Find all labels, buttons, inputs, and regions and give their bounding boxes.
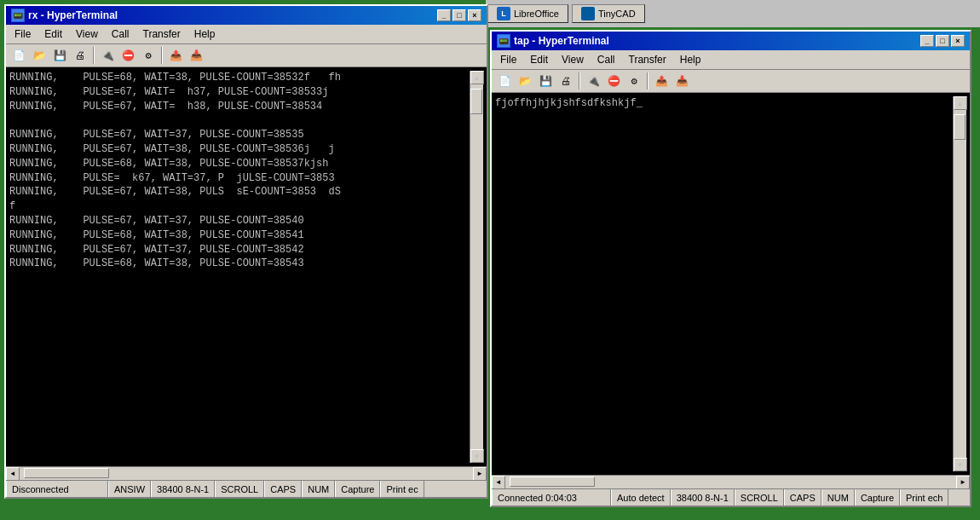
tap-menu-call[interactable]: Call <box>591 52 622 67</box>
rx-menubar: File Edit View Call Transfer Help <box>6 25 487 44</box>
tap-scroll-h-track[interactable] <box>505 476 956 488</box>
rx-scrollbar-vertical[interactable]: ▲ ▼ <box>470 71 483 463</box>
tap-menu-file[interactable]: File <box>493 52 523 67</box>
rx-menu-transfer[interactable]: Transfer <box>136 26 187 42</box>
rx-toolbar-connect[interactable]: 🔌 <box>98 46 117 65</box>
rx-scroll-thumb[interactable] <box>470 89 482 114</box>
tap-menu-transfer[interactable]: Transfer <box>622 52 673 67</box>
rx-statusbar: Disconnected ANSIW 38400 8-N-1 SCROLL CA… <box>6 480 487 497</box>
tap-window-controls: _ □ × <box>920 35 965 47</box>
rx-close-button[interactable]: × <box>468 9 481 21</box>
tap-toolbar-save[interactable]: 💾 <box>536 72 555 90</box>
rx-menu-view[interactable]: View <box>69 26 105 42</box>
rx-terminal-area: RUNNING, PULSE=68, WAIT=38, PULSE-COUNT=… <box>6 67 487 466</box>
tap-scroll-h-thumb[interactable] <box>510 477 595 487</box>
tinycad-taskbar-item[interactable]: TinyCAD <box>572 4 645 23</box>
rx-scrollbar-horizontal[interactable]: ◄ ► <box>6 466 487 480</box>
tap-scroll-thumb[interactable] <box>954 114 966 140</box>
rx-menu-edit[interactable]: Edit <box>37 26 69 42</box>
tap-maximize-button[interactable]: □ <box>936 35 949 47</box>
tap-toolbar-disconnect[interactable]: ⛔ <box>604 72 623 90</box>
rx-window-icon: 📟 <box>11 9 25 22</box>
tap-scroll-down-button[interactable]: ▼ <box>954 458 967 471</box>
tap-toolbar-sep1 <box>579 72 580 90</box>
tap-toolbar-receive[interactable]: 📥 <box>672 72 691 90</box>
rx-menu-help[interactable]: Help <box>187 26 222 42</box>
tap-scroll-track[interactable] <box>954 110 966 458</box>
rx-toolbar: 📄 📂 💾 🖨 🔌 ⛔ ⚙ 📤 📥 <box>6 44 487 67</box>
tap-toolbar: 📄 📂 💾 🖨 🔌 ⛔ ⚙ 📤 📥 <box>492 70 970 93</box>
tap-titlebar: 📟 tap - HyperTerminal _ □ × <box>492 32 970 50</box>
tap-close-button[interactable]: × <box>951 35 965 47</box>
tap-status-num: NUM <box>821 489 855 506</box>
rx-terminal-content[interactable]: RUNNING, PULSE=68, WAIT=38, PULSE-COUNT=… <box>9 71 470 463</box>
tap-toolbar-open[interactable]: 📂 <box>516 72 534 90</box>
rx-menu-file[interactable]: File <box>8 26 37 42</box>
rx-scroll-h-track[interactable] <box>20 467 473 480</box>
tap-toolbar-connect[interactable]: 🔌 <box>584 72 602 90</box>
tap-titlebar-left: 📟 tap - HyperTerminal <box>497 34 609 48</box>
rx-toolbar-sep2 <box>161 47 163 64</box>
rx-toolbar-save[interactable]: 💾 <box>50 46 69 65</box>
rx-scroll-right-button[interactable]: ► <box>473 467 487 481</box>
tinycad-label: TinyCAD <box>598 9 636 19</box>
rx-status-encoding: ANSIW <box>108 481 151 497</box>
rx-toolbar-sep1 <box>93 47 95 64</box>
librreoffice-taskbar-item[interactable]: L LibreOffice <box>487 4 568 23</box>
rx-toolbar-transfer[interactable]: 📤 <box>166 46 185 65</box>
tap-statusbar: Connected 0:04:03 Auto detect 38400 8-N-… <box>492 488 970 506</box>
rx-titlebar: 📟 rx - HyperTerminal _ □ × <box>6 6 487 25</box>
tap-toolbar-transfer[interactable]: 📤 <box>652 72 671 90</box>
rx-menu-call[interactable]: Call <box>105 26 136 42</box>
rx-status-baudrate: 38400 8-N-1 <box>151 481 215 497</box>
rx-scroll-left-button[interactable]: ◄ <box>6 467 20 481</box>
tap-menu-view[interactable]: View <box>555 52 591 67</box>
rx-toolbar-disconnect[interactable]: ⛔ <box>118 46 137 65</box>
tap-status-print: Print ech <box>900 489 948 506</box>
tap-toolbar-new[interactable]: 📄 <box>495 72 514 90</box>
tap-toolbar-properties[interactable]: ⚙ <box>625 72 643 90</box>
tap-status-capture: Capture <box>855 489 900 506</box>
rx-maximize-button[interactable]: □ <box>453 9 466 21</box>
rx-scroll-down-button[interactable]: ▼ <box>470 449 484 463</box>
tap-status-encoding: Auto detect <box>611 489 671 506</box>
rx-toolbar-btn4[interactable]: 🖨 <box>71 46 89 65</box>
tap-terminal-area: fjoffhjhjkjshfsdfkshkjf_ ▲ ▼ <box>492 93 970 475</box>
tap-scrollbar-horizontal[interactable]: ◄ ► <box>492 475 970 488</box>
rx-scroll-h-thumb[interactable] <box>24 468 109 478</box>
tap-status-scroll: SCROLL <box>735 489 784 506</box>
rx-status-capture: Capture <box>335 481 380 497</box>
rx-toolbar-properties[interactable]: ⚙ <box>139 46 158 65</box>
tap-menu-help[interactable]: Help <box>673 52 708 67</box>
rx-minimize-button[interactable]: _ <box>437 9 451 21</box>
tap-menu-edit[interactable]: Edit <box>523 52 555 67</box>
tap-toolbar-sep2 <box>647 72 649 90</box>
tap-menubar: File Edit View Call Transfer Help <box>492 50 970 70</box>
rx-status-caps: CAPS <box>264 481 302 497</box>
tap-terminal-content[interactable]: fjoffhjhjkjshfsdfkshkjf_ <box>495 96 953 471</box>
tap-minimize-button[interactable]: _ <box>920 35 934 47</box>
tap-status-baudrate: 38400 8-N-1 <box>671 489 735 506</box>
tap-status-connection: Connected 0:04:03 <box>492 489 611 506</box>
libreoffice-icon: L <box>497 7 510 20</box>
tap-scrollbar-vertical[interactable]: ▲ ▼ <box>953 96 966 471</box>
rx-scroll-up-button[interactable]: ▲ <box>470 71 484 84</box>
tap-scroll-left-button[interactable]: ◄ <box>492 476 505 489</box>
rx-toolbar-new[interactable]: 📄 <box>9 46 28 65</box>
tap-scroll-up-button[interactable]: ▲ <box>954 96 967 110</box>
libreoffice-label: LibreOffice <box>514 9 559 19</box>
tap-scroll-right-button[interactable]: ► <box>956 476 970 489</box>
tinycad-icon <box>581 7 595 20</box>
rx-toolbar-receive[interactable]: 📥 <box>187 46 205 65</box>
rx-window-title: rx - HyperTerminal <box>28 9 118 21</box>
top-background-bar: L LibreOffice TinyCAD <box>486 0 980 27</box>
tap-window-title: tap - HyperTerminal <box>514 35 609 47</box>
tap-status-caps: CAPS <box>784 489 821 506</box>
tap-toolbar-btn4[interactable]: 🖨 <box>556 72 575 90</box>
rx-titlebar-left: 📟 rx - HyperTerminal <box>11 9 118 22</box>
rx-toolbar-open[interactable]: 📂 <box>30 46 49 65</box>
rx-scroll-track[interactable] <box>470 84 483 449</box>
rx-status-print: Print ec <box>380 481 424 497</box>
rx-status-num: NUM <box>302 481 335 497</box>
rx-status-scroll: SCROLL <box>215 481 264 497</box>
